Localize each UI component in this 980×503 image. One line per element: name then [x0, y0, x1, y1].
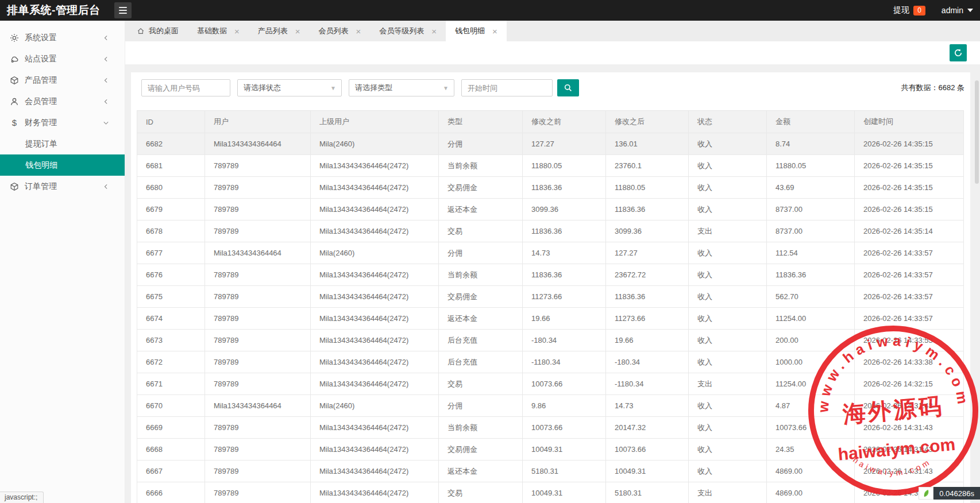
cell-parent-user: Mila(2460)	[311, 242, 439, 264]
cell-after: 20147.32	[606, 417, 689, 439]
toolbar	[125, 41, 980, 64]
table-row: 6680789789Mila1343434364464(2472)交易佣金118…	[137, 177, 964, 199]
cell-amount: 43.69	[767, 177, 855, 199]
cell-amount: 112.54	[767, 242, 855, 264]
withdraw-link[interactable]: 提现 0	[893, 5, 925, 16]
cell-parent-user: Mila1343434364464(2472)	[311, 373, 439, 395]
cell-parent-user: Mila(2460)	[311, 133, 439, 155]
cell-amount: 11880.05	[767, 155, 855, 177]
close-icon[interactable]: ×	[431, 27, 437, 36]
cell-id: 6681	[137, 155, 205, 177]
cell-id: 6675	[137, 286, 205, 308]
table-row: 6672789789Mila1343434364464(2472)后台充值-11…	[137, 351, 964, 373]
cell-after: 10073.66	[606, 439, 689, 461]
cell-status: 收入	[689, 199, 767, 220]
table-row: 6666789789Mila1343434364464(2472)交易10049…	[137, 482, 964, 503]
site-icon	[10, 55, 19, 64]
sidebar-item-finance-management[interactable]: $财务管理	[0, 112, 125, 133]
cell-before: 9.86	[523, 395, 606, 417]
cell-type: 返还本金	[439, 308, 523, 330]
sidebar-item-label: 提现订单	[25, 139, 57, 149]
close-icon[interactable]: ×	[492, 27, 497, 36]
user-menu[interactable]: admin	[942, 6, 973, 15]
sidebar-item-wallet-details[interactable]: 钱包明细	[0, 154, 125, 176]
cell-status: 收入	[689, 133, 767, 155]
tab-label: 会员等级列表	[379, 26, 424, 36]
close-icon[interactable]: ×	[234, 27, 240, 36]
close-icon[interactable]: ×	[356, 27, 361, 36]
cell-created-at: 2026-02-26 14:35:15	[855, 177, 964, 199]
column-header-created-at: 创建时间	[855, 111, 964, 133]
sidebar-item-site-settings[interactable]: 站点设置	[0, 48, 125, 69]
cell-before: -180.34	[523, 330, 606, 351]
cell-parent-user: Mila1343434364464(2472)	[311, 330, 439, 351]
tab-bar: 我的桌面基础数据×产品列表×会员列表×会员等级列表×钱包明细×	[125, 21, 980, 41]
sidebar-item-product-management[interactable]: 产品管理	[0, 69, 125, 91]
cell-parent-user: Mila(2460)	[311, 395, 439, 417]
type-select[interactable]: 请选择类型 ▼	[349, 79, 454, 96]
table-row: 6681789789Mila1343434364464(2472)当前余额118…	[137, 155, 964, 177]
cell-after: 19.66	[606, 330, 689, 351]
cell-parent-user: Mila1343434364464(2472)	[311, 461, 439, 482]
cell-parent-user: Mila1343434364464(2472)	[311, 155, 439, 177]
cell-created-at: 2026-02-26 14:31:43	[855, 439, 964, 461]
cell-status: 收入	[689, 461, 767, 482]
cell-parent-user: Mila1343434364464(2472)	[311, 286, 439, 308]
tab-member-level-list[interactable]: 会员等级列表×	[370, 21, 446, 41]
sidebar-item-order-management[interactable]: 订单管理	[0, 176, 125, 197]
cell-user: Mila1343434364464	[205, 395, 311, 417]
cell-created-at: 2026-02-26 14:33:53	[855, 330, 964, 351]
refresh-button[interactable]	[950, 44, 967, 61]
sidebar-item-system-settings[interactable]: 系统设置	[0, 27, 125, 48]
cell-status: 收入	[689, 330, 767, 351]
cell-user: 789789	[205, 199, 311, 220]
link-hint-tooltip: javascript:;	[0, 492, 44, 503]
cell-type: 交易佣金	[439, 177, 523, 199]
sidebar-item-member-management[interactable]: 会员管理	[0, 91, 125, 112]
search-button[interactable]	[557, 79, 579, 96]
column-header-id: ID	[137, 111, 205, 133]
menu-toggle-button[interactable]	[114, 2, 132, 18]
cell-before: 3099.36	[523, 199, 606, 220]
wallet-table: ID用户上级用户类型修改之前修改之后状态金额创建时间 6682Mila13434…	[137, 110, 964, 503]
scrollbar-thumb[interactable]	[975, 80, 979, 184]
cell-before: 19.66	[523, 308, 606, 330]
cell-amount: 562.70	[767, 286, 855, 308]
tab-product-list[interactable]: 产品列表×	[249, 21, 310, 41]
tab-member-list[interactable]: 会员列表×	[310, 21, 371, 41]
column-header-amount: 金额	[767, 111, 855, 133]
cell-before: 10073.66	[523, 373, 606, 395]
cell-type: 返还本金	[439, 461, 523, 482]
column-header-user: 用户	[205, 111, 311, 133]
user-number-input[interactable]	[141, 79, 230, 96]
cell-user: 789789	[205, 417, 311, 439]
cell-after: 3099.36	[606, 220, 689, 242]
cell-after: 5180.31	[606, 482, 689, 503]
sidebar-item-label: 订单管理	[25, 181, 57, 192]
tab-my-desktop[interactable]: 我的桌面	[128, 21, 188, 41]
cell-before: 10049.31	[523, 482, 606, 503]
cell-type: 当前余额	[439, 417, 523, 439]
cell-user: 789789	[205, 177, 311, 199]
close-icon[interactable]: ×	[295, 27, 300, 36]
cell-id: 6676	[137, 264, 205, 286]
cell-status: 支出	[689, 220, 767, 242]
tab-wallet-details[interactable]: 钱包明细×	[446, 21, 507, 41]
sidebar-item-label: 系统设置	[25, 33, 57, 43]
cell-id: 6669	[137, 417, 205, 439]
sidebar-item-label: 财务管理	[25, 118, 57, 128]
cell-after: 11836.36	[606, 199, 689, 220]
cell-status: 支出	[689, 373, 767, 395]
cell-status: 收入	[689, 177, 767, 199]
sidebar-item-withdraw-orders[interactable]: 提现订单	[0, 133, 125, 154]
cell-type: 交易佣金	[439, 439, 523, 461]
cell-type: 分佣	[439, 242, 523, 264]
start-time-input[interactable]	[461, 79, 553, 96]
status-select[interactable]: 请选择状态 ▼	[237, 79, 342, 96]
cell-id: 6666	[137, 482, 205, 503]
cell-after: 14.73	[606, 395, 689, 417]
cell-amount: 4869.00	[767, 482, 855, 503]
tab-basic-data[interactable]: 基础数据×	[188, 21, 249, 41]
thinkphp-leaf-icon[interactable]	[919, 487, 933, 500]
record-count: 共有数据：6682 条	[901, 79, 964, 96]
